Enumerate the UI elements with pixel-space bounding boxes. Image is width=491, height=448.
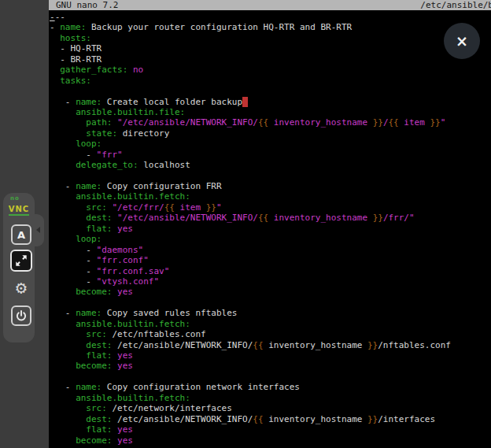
nano-version-title: GNU nano 7.2 <box>56 0 118 10</box>
code-line: state: directory <box>50 128 491 139</box>
code-line: dest: /etc/ansible/NETWORK_INFO/{{ inven… <box>50 414 491 424</box>
code-line: gather_facts: no <box>50 65 491 75</box>
code-line: src: "/etc/frr/{{ item }}" <box>50 202 491 213</box>
code-line: - "daemons" <box>50 245 491 255</box>
nano-titlebar: GNU nano 7.2 /etc/ansible/b <box>49 0 491 10</box>
code-line: flat: yes <box>50 424 491 435</box>
novnc-logo-vnc: VNC <box>9 205 29 216</box>
keyboard-icon: A <box>17 229 25 241</box>
novnc-control-bar: no VNC A ⚙ <box>3 193 35 342</box>
code-area: ---- name: Backup your router configurat… <box>49 10 491 446</box>
terminal-screen[interactable]: ---- name: Backup your router configurat… <box>49 10 491 448</box>
code-line: - name: Copy configuration network inter… <box>50 382 491 392</box>
text-cursor <box>242 97 248 107</box>
settings-button[interactable]: ⚙ <box>11 277 31 298</box>
code-line: - BR-RTR <box>50 54 491 65</box>
code-line: loop: <box>50 234 491 244</box>
code-line: - "frr.conf" <box>50 255 491 265</box>
code-line: ansible.builtin.fetch: <box>50 319 491 329</box>
code-line: become: yes <box>50 435 491 446</box>
code-line: - name: Copy configuration FRR <box>50 181 491 191</box>
code-line: delegate_to: localhost <box>50 160 491 170</box>
code-line: flat: yes <box>50 224 491 234</box>
code-line: ansible.builtin.file: <box>50 107 491 117</box>
code-line: path: "/etc/ansible/NETWORK_INFO/{{ inve… <box>50 117 491 128</box>
power-button[interactable] <box>11 305 31 326</box>
novnc-logo: no VNC <box>3 196 35 216</box>
novnc-logo-no: no <box>3 196 35 202</box>
close-icon: × <box>456 34 468 49</box>
code-line: src: /etc/network/interfaces <box>50 403 491 413</box>
power-icon <box>15 309 28 322</box>
code-line: - name: Backup your router configuration… <box>50 22 491 32</box>
code-line <box>50 372 491 382</box>
code-line: - "frr.conf.sav" <box>50 266 491 276</box>
code-line: dest: "/etc/ansible/NETWORK_INFO/{{ inve… <box>50 213 491 223</box>
collapse-arrow-icon <box>36 227 40 233</box>
close-button[interactable]: × <box>444 23 480 59</box>
code-line: hosts: <box>50 33 491 43</box>
code-line: --- <box>50 12 491 22</box>
vnc-sidebar: no VNC A ⚙ <box>0 0 49 448</box>
code-line: become: yes <box>50 287 491 297</box>
code-line: src: /etc/nftables.conf <box>50 329 491 339</box>
code-line: become: yes <box>50 361 491 371</box>
code-line: - HQ-RTR <box>50 43 491 54</box>
code-line: tasks: <box>50 76 491 86</box>
keyboard-button[interactable]: A <box>11 224 31 245</box>
code-line: ansible.builtin.fetch: <box>50 393 491 403</box>
code-line <box>50 86 491 96</box>
code-line <box>50 298 491 308</box>
code-line: - name: Create local folder backup <box>50 97 491 107</box>
code-line: - "frr" <box>50 150 491 160</box>
fullscreen-button[interactable] <box>10 250 32 272</box>
control-bar-handle[interactable] <box>34 214 44 246</box>
code-line: dest: /etc/ansible/NETWORK_INFO/{{ inven… <box>50 340 491 350</box>
code-line: flat: yes <box>50 350 491 361</box>
code-line: - "vtysh.conf" <box>50 276 491 287</box>
code-line: loop: <box>50 139 491 149</box>
code-line: - name: Copy saved rules nftables <box>50 308 491 318</box>
file-path: /etc/ansible/b <box>420 0 491 10</box>
code-line: ansible.builtin.fetch: <box>50 191 491 202</box>
gear-icon: ⚙ <box>16 279 27 297</box>
code-line <box>50 171 491 181</box>
fullscreen-icon <box>15 254 28 267</box>
